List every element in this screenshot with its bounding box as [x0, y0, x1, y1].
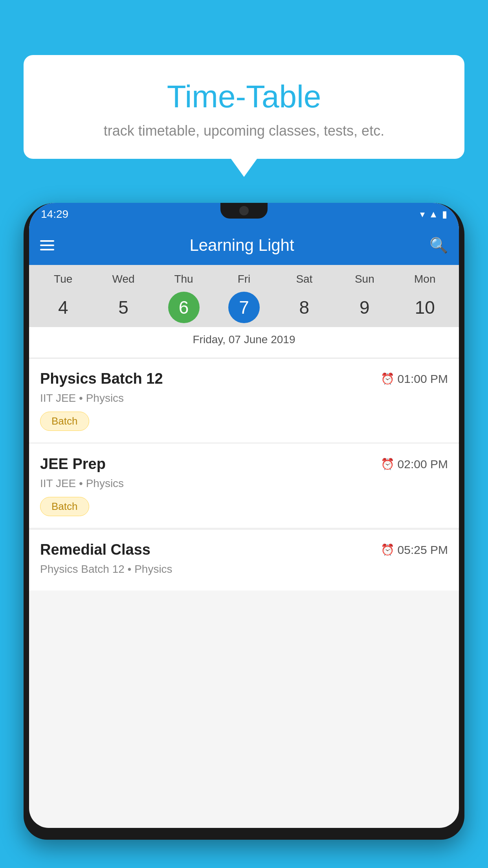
bubble-subtitle: track timetable, upcoming classes, tests…: [39, 123, 449, 139]
event-time-text: 01:00 PM: [398, 372, 448, 386]
day-number[interactable]: 5: [108, 292, 139, 323]
day-name: Sun: [355, 273, 374, 285]
event-meta: IIT JEE • Physics: [40, 477, 448, 490]
day-col-sun[interactable]: Sun9: [339, 273, 390, 323]
app-bar: Learning Light 🔍: [29, 226, 459, 265]
day-col-fri[interactable]: Fri7: [218, 273, 270, 323]
event-header: Physics Batch 12⏰01:00 PM: [40, 370, 448, 387]
days-row: Tue4Wed5Thu6Fri7Sat8Sun9Mon10: [29, 265, 459, 327]
day-col-thu[interactable]: Thu6: [158, 273, 209, 323]
day-number[interactable]: 7: [228, 292, 260, 323]
day-col-wed[interactable]: Wed5: [98, 273, 149, 323]
wifi-icon: ▾: [420, 209, 425, 220]
clock-icon: ⏰: [381, 372, 394, 385]
event-card[interactable]: JEE Prep⏰02:00 PMIIT JEE • PhysicsBatch: [29, 444, 459, 528]
event-header: Remedial Class⏰05:25 PM: [40, 541, 448, 558]
day-name: Wed: [112, 273, 135, 285]
event-header: JEE Prep⏰02:00 PM: [40, 456, 448, 473]
phone-outer: 14:29 ▾ ▲ ▮ Learning Light 🔍: [24, 203, 464, 840]
phone-camera: [239, 206, 249, 215]
event-card[interactable]: Remedial Class⏰05:25 PMPhysics Batch 12 …: [29, 529, 459, 590]
event-title: JEE Prep: [40, 456, 106, 473]
day-name: Fri: [238, 273, 251, 285]
event-meta: Physics Batch 12 • Physics: [40, 563, 448, 576]
battery-icon: ▮: [442, 209, 447, 220]
status-icons: ▾ ▲ ▮: [420, 209, 447, 220]
day-number[interactable]: 6: [168, 292, 200, 323]
events-container: Physics Batch 12⏰01:00 PMIIT JEE • Physi…: [29, 359, 459, 590]
day-number[interactable]: 8: [288, 292, 320, 323]
event-time: ⏰01:00 PM: [381, 372, 448, 386]
phone-screen: 14:29 ▾ ▲ ▮ Learning Light 🔍: [29, 203, 459, 828]
bubble-title: Time-Table: [39, 79, 449, 115]
event-time: ⏰02:00 PM: [381, 458, 448, 471]
day-name: Tue: [54, 273, 72, 285]
speech-bubble-container: Time-Table track timetable, upcoming cla…: [24, 55, 464, 159]
event-title: Physics Batch 12: [40, 370, 163, 387]
event-title: Remedial Class: [40, 541, 150, 558]
event-meta: IIT JEE • Physics: [40, 392, 448, 405]
day-number[interactable]: 4: [48, 292, 79, 323]
batch-badge: Batch: [40, 497, 89, 516]
day-number[interactable]: 10: [409, 292, 440, 323]
event-time: ⏰05:25 PM: [381, 543, 448, 557]
calendar-strip: Tue4Wed5Thu6Fri7Sat8Sun9Mon10 Friday, 07…: [29, 265, 459, 358]
selected-date-label: Friday, 07 June 2019: [29, 327, 459, 354]
day-col-tue[interactable]: Tue4: [38, 273, 89, 323]
search-icon[interactable]: 🔍: [429, 237, 448, 254]
status-time: 14:29: [41, 208, 68, 221]
clock-icon: ⏰: [381, 458, 394, 471]
day-name: Thu: [174, 273, 193, 285]
day-col-sat[interactable]: Sat8: [279, 273, 330, 323]
hamburger-icon[interactable]: [40, 240, 54, 250]
day-name: Mon: [414, 273, 435, 285]
event-card[interactable]: Physics Batch 12⏰01:00 PMIIT JEE • Physi…: [29, 359, 459, 443]
batch-badge: Batch: [40, 412, 89, 431]
event-time-text: 05:25 PM: [398, 543, 448, 557]
clock-icon: ⏰: [381, 543, 394, 556]
event-time-text: 02:00 PM: [398, 458, 448, 471]
speech-bubble: Time-Table track timetable, upcoming cla…: [24, 55, 464, 159]
signal-icon: ▲: [429, 209, 438, 220]
phone-notch: [220, 203, 268, 219]
day-number[interactable]: 9: [349, 292, 380, 323]
phone-frame: 14:29 ▾ ▲ ▮ Learning Light 🔍: [24, 197, 464, 868]
day-name: Sat: [296, 273, 312, 285]
day-col-mon[interactable]: Mon10: [399, 273, 450, 323]
app-title: Learning Light: [64, 236, 420, 255]
